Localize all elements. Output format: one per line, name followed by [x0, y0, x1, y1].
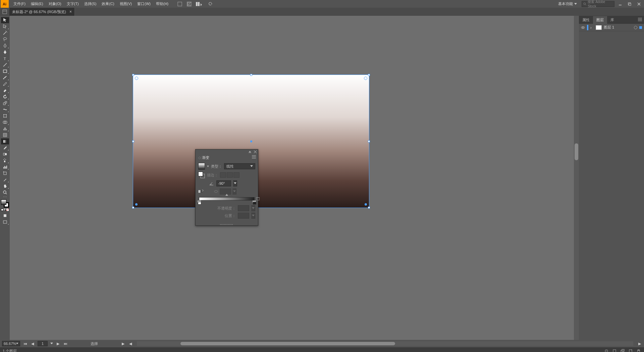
mesh-tool[interactable] — [1, 132, 9, 138]
line-tool[interactable] — [1, 62, 9, 68]
symbol-sprayer-tool[interactable] — [1, 158, 9, 164]
direct-selection-tool[interactable] — [1, 24, 9, 30]
prev-artboard-button[interactable]: ◀ — [30, 341, 35, 346]
pencil-tool[interactable] — [1, 81, 9, 87]
close-button[interactable] — [635, 1, 643, 7]
panel-resize-grip[interactable] — [196, 223, 258, 225]
close-icon[interactable] — [254, 150, 257, 153]
gradient-slider[interactable] — [199, 197, 255, 201]
panel-toggle-icon[interactable] — [0, 8, 9, 16]
first-artboard-button[interactable]: ⏮ — [23, 341, 28, 346]
eyedropper-tool[interactable] — [1, 145, 9, 151]
maximize-button[interactable] — [626, 1, 633, 7]
gradient-type-dropdown[interactable]: 线性 — [224, 163, 255, 169]
canvas[interactable]: ◇ 渐变 类型： 线性 — [10, 16, 579, 340]
location-input[interactable] — [238, 213, 249, 219]
chevron-down-icon[interactable] — [50, 343, 53, 345]
hscroll-right-button[interactable]: ▶ — [637, 341, 642, 346]
panel-header[interactable] — [196, 149, 258, 154]
workspace-switcher[interactable]: 基本功能 — [555, 1, 580, 7]
visibility-icon[interactable] — [581, 26, 585, 30]
menu-type[interactable]: 文字(T) — [64, 0, 82, 8]
new-layer-icon[interactable] — [628, 348, 633, 352]
fill-swatch[interactable] — [1, 200, 6, 205]
gradient-stop-end[interactable] — [253, 201, 256, 205]
resize-handle-w[interactable] — [132, 140, 134, 142]
rotate-tool[interactable] — [1, 94, 9, 100]
reverse-gradient-icon[interactable] — [198, 189, 204, 194]
live-corner-tr[interactable] — [364, 77, 367, 80]
collapse-icon[interactable] — [249, 150, 251, 153]
locate-object-icon[interactable] — [604, 348, 609, 352]
checkbox-icon[interactable] — [177, 1, 182, 7]
zoom-input[interactable]: 66.67% — [2, 341, 20, 346]
lasso-tool[interactable] — [1, 36, 9, 42]
shape-builder-tool[interactable] — [1, 119, 9, 125]
slice-tool[interactable] — [1, 177, 9, 183]
type-tool[interactable]: T — [1, 55, 9, 61]
menu-object[interactable]: 对象(O) — [46, 0, 64, 8]
resize-handle-ne[interactable] — [368, 74, 370, 76]
menu-select[interactable]: 选择(S) — [82, 0, 99, 8]
scale-tool[interactable] — [1, 100, 9, 106]
perspective-grid-tool[interactable] — [1, 126, 9, 132]
opacity-dropdown[interactable] — [251, 205, 255, 211]
layer-name[interactable]: 图层 1 — [604, 25, 632, 30]
magic-wand-tool[interactable] — [1, 30, 9, 36]
opacity-input[interactable] — [238, 205, 249, 211]
free-transform-tool[interactable] — [1, 113, 9, 119]
menu-effect[interactable]: 效果(C) — [99, 0, 117, 8]
live-corner-bl[interactable] — [135, 203, 138, 206]
color-mode-none[interactable] — [6, 209, 9, 211]
center-point[interactable] — [250, 140, 252, 142]
stroke-mode-across[interactable] — [233, 172, 239, 178]
menu-window[interactable]: 窗口(W) — [135, 0, 153, 8]
search-input[interactable]: 搜索 Adobe Stock — [582, 1, 614, 7]
color-mode-solid[interactable] — [1, 209, 3, 211]
blend-tool[interactable] — [1, 151, 9, 157]
selection-indicator[interactable] — [639, 26, 642, 29]
gradient-panel[interactable]: ◇ 渐变 类型： 线性 — [195, 149, 258, 226]
pen-tool[interactable] — [1, 43, 9, 49]
panel-menu-icon[interactable] — [638, 18, 642, 21]
color-mode-gradient[interactable] — [4, 209, 6, 211]
scroll-thumb[interactable] — [180, 342, 395, 345]
screen-mode[interactable] — [1, 219, 9, 225]
resize-handle-sw[interactable] — [132, 207, 134, 209]
selection-tool[interactable] — [1, 17, 9, 23]
gradient-stop-start[interactable] — [198, 201, 201, 205]
menu-file[interactable]: 文件(F) — [11, 0, 28, 8]
panel-menu-icon[interactable] — [252, 155, 256, 159]
layer-thumbnail[interactable] — [596, 25, 602, 30]
menu-edit[interactable]: 编辑(E) — [28, 0, 46, 8]
aspect-ratio-dropdown[interactable] — [232, 188, 236, 194]
minimize-button[interactable] — [616, 1, 624, 7]
gradient-preview[interactable] — [198, 163, 205, 170]
resize-handle-e[interactable] — [368, 140, 370, 142]
expand-icon[interactable]: › — [590, 26, 594, 30]
draw-mode-normal[interactable] — [1, 213, 9, 219]
stock-icon[interactable]: St — [186, 1, 192, 7]
last-artboard-button[interactable]: ⏭ — [63, 341, 68, 346]
tab-libraries[interactable]: 库 — [607, 16, 618, 24]
curvature-tool[interactable] — [1, 49, 9, 55]
angle-dropdown[interactable] — [233, 180, 237, 186]
stroke-mode-within[interactable] — [220, 172, 226, 178]
delete-stop-icon[interactable] — [256, 196, 260, 201]
chevron-down-icon[interactable] — [207, 165, 209, 168]
rectangle-tool[interactable] — [1, 68, 9, 74]
sync-icon[interactable] — [208, 1, 213, 7]
vertical-scrollbar[interactable] — [574, 16, 579, 340]
document-tab[interactable]: 未标题-2* @ 66.67% (RGB/预览) × — [9, 8, 75, 16]
artboard-tool[interactable] — [1, 170, 9, 176]
column-graph-tool[interactable] — [1, 164, 9, 170]
layer-row[interactable]: › 图层 1 — [579, 24, 644, 31]
next-artboard-button[interactable]: ▶ — [56, 341, 60, 346]
new-sublayer-icon[interactable] — [620, 348, 625, 352]
tab-layers[interactable]: 图层 — [593, 16, 607, 24]
arrange-icon[interactable] — [196, 1, 204, 7]
width-tool[interactable] — [1, 106, 9, 113]
live-corner-tl[interactable] — [135, 77, 138, 80]
make-clipping-mask-icon[interactable] — [612, 348, 617, 352]
artboard-number-input[interactable]: 1 — [38, 341, 48, 346]
